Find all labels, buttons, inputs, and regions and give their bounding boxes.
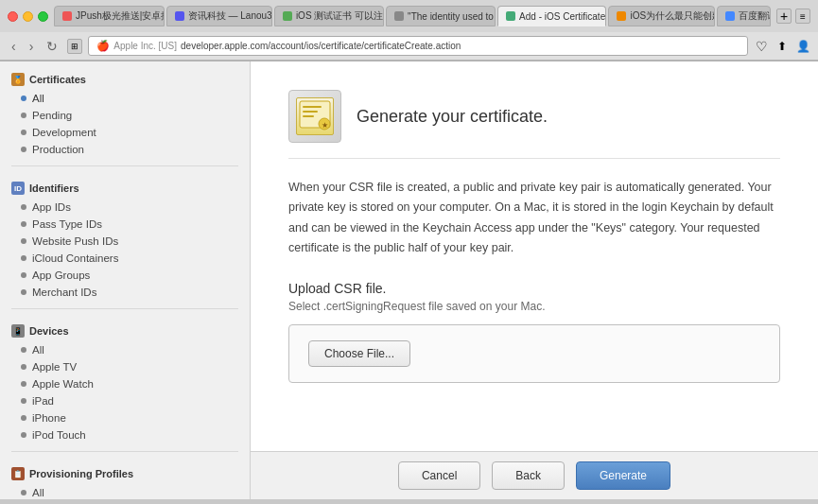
- tab-icon: [175, 11, 184, 21]
- sidebar-provisioning-section: 📋 Provisioning Profiles All Development …: [0, 456, 250, 499]
- bullet-icon: [21, 96, 26, 101]
- tab-menu-button[interactable]: ≡: [795, 9, 810, 24]
- svg-rect-3: [303, 115, 314, 117]
- sidebar-item-label: All: [32, 487, 44, 498]
- app-grid-button[interactable]: ⊞: [67, 39, 82, 54]
- back-button[interactable]: Back: [492, 461, 565, 490]
- bullet-icon: [21, 147, 26, 152]
- sidebar-item-ipod-touch[interactable]: iPod Touch: [0, 426, 250, 443]
- bullet-icon: [21, 347, 26, 353]
- sidebar-item-devices-all[interactable]: All: [0, 341, 250, 358]
- provisioning-icon: 📋: [11, 467, 25, 480]
- certificates-section-header: 🏅 Certificates: [0, 69, 250, 90]
- tab-6[interactable]: iOS为什么最只能创建一...: [608, 6, 714, 26]
- devices-icon: 📱: [11, 324, 25, 338]
- identifiers-header-label: Identifiers: [29, 182, 79, 194]
- tab-1[interactable]: JPush极光推送|安卓推送|...: [54, 6, 165, 26]
- sidebar-item-app-ids[interactable]: App IDs: [0, 199, 250, 216]
- sidebar-identifiers-section: ID Identifiers App IDs Pass Type IDs Web…: [0, 170, 250, 304]
- sidebar-item-pass-type-ids[interactable]: Pass Type IDs: [0, 216, 250, 233]
- sidebar-item-icloud-containers[interactable]: iCloud Containers: [0, 250, 250, 267]
- sidebar-item-development[interactable]: Development: [0, 124, 250, 141]
- address-bar[interactable]: 🍎 Apple Inc. [US] developer.apple.com/ac…: [88, 36, 748, 56]
- tab-icon: [283, 11, 292, 21]
- tab-7[interactable]: 百度翻译: [717, 6, 771, 26]
- bullet-icon: [21, 221, 26, 227]
- sidebar-item-label: iCloud Containers: [32, 252, 118, 264]
- address-text: developer.apple.com/account/ios/certific…: [181, 41, 461, 51]
- tab-icon: [62, 11, 72, 21]
- upload-subtitle: Select .certSigningRequest file saved on…: [288, 300, 780, 313]
- tab-3[interactable]: iOS 测试证书 可以注册几...: [274, 6, 384, 26]
- new-tab-button[interactable]: +: [776, 9, 792, 24]
- bullet-icon: [21, 490, 26, 495]
- svg-text:★: ★: [322, 121, 328, 130]
- sidebar-item-pending[interactable]: Pending: [0, 107, 250, 124]
- bullet-icon: [21, 130, 26, 135]
- back-nav-button[interactable]: ‹: [8, 37, 20, 56]
- maximize-button[interactable]: [38, 11, 48, 22]
- tab-label: 百度翻译: [739, 9, 771, 23]
- sidebar-item-apple-tv[interactable]: Apple TV: [0, 358, 250, 375]
- certificates-icon: 🏅: [11, 73, 25, 86]
- sidebar-item-merchant-ids[interactable]: Merchant IDs: [0, 284, 250, 301]
- sidebar-item-label: All: [32, 93, 44, 104]
- lock-icon: 🍎: [96, 40, 110, 52]
- sidebar-item-label: iPad: [32, 395, 54, 407]
- sidebar-item-website-push-ids[interactable]: Website Push IDs: [0, 233, 250, 250]
- sidebar-certificates-section: 🏅 Certificates All Pending Development P…: [0, 61, 250, 162]
- sidebar-item-label: Pass Type IDs: [32, 218, 102, 230]
- divider: [11, 451, 238, 452]
- app-container: 🏅 Certificates All Pending Development P…: [0, 61, 818, 499]
- close-button[interactable]: [8, 11, 18, 22]
- sidebar-item-label: App IDs: [32, 201, 71, 213]
- tab-icon: [725, 11, 735, 21]
- tab-5-active[interactable]: Add - iOS Certificates - A...: [497, 6, 606, 26]
- tab-2[interactable]: 资讯科技 — Lanou3G.C...: [166, 6, 272, 26]
- bullet-icon: [21, 204, 26, 210]
- tab-label: 资讯科技 — Lanou3G.C...: [188, 9, 272, 23]
- sidebar-item-app-groups[interactable]: App Groups: [0, 267, 250, 284]
- bullet-icon: [21, 432, 26, 438]
- sidebar-item-iphone[interactable]: iPhone: [0, 409, 250, 426]
- cert-title: Generate your certificate.: [357, 107, 548, 127]
- sidebar-devices-section: 📱 Devices All Apple TV Apple Watch iPad: [0, 313, 250, 447]
- provisioning-section-header: 📋 Provisioning Profiles: [0, 463, 250, 484]
- sidebar-item-production[interactable]: Production: [0, 141, 250, 158]
- devices-header-label: Devices: [29, 325, 69, 337]
- divider: [11, 165, 238, 166]
- minimize-button[interactable]: [23, 11, 33, 22]
- user-icon[interactable]: 👤: [795, 39, 810, 54]
- svg-rect-2: [303, 111, 318, 113]
- tab-icon: [394, 11, 404, 21]
- sidebar-item-apple-watch[interactable]: Apple Watch: [0, 375, 250, 392]
- tab-label: iOS为什么最只能创建一...: [630, 9, 714, 23]
- cert-svg: ★: [298, 99, 332, 133]
- refresh-button[interactable]: ↻: [43, 37, 61, 56]
- bullet-icon: [21, 289, 26, 295]
- tab-icon: [506, 11, 515, 21]
- cancel-button[interactable]: Cancel: [398, 461, 480, 490]
- tab-4[interactable]: "The identity used to sign...: [386, 6, 496, 26]
- bullet-icon: [21, 272, 26, 278]
- sidebar-item-label: Development: [32, 127, 96, 138]
- certificates-header-label: Certificates: [29, 74, 86, 85]
- forward-nav-button[interactable]: ›: [26, 37, 38, 56]
- bullet-icon: [21, 415, 26, 421]
- main-content: ★ Generate your certificate. When your C…: [251, 61, 818, 499]
- tab-label: iOS 测试证书 可以注册几...: [296, 9, 384, 23]
- sidebar-item-all[interactable]: All: [0, 90, 250, 107]
- sidebar-item-ipad[interactable]: iPad: [0, 392, 250, 409]
- certificate-panel: ★ Generate your certificate. When your C…: [251, 61, 818, 430]
- share-icon[interactable]: ⬆: [774, 39, 790, 54]
- choose-file-button[interactable]: Choose File...: [308, 340, 410, 367]
- tab-icon: [617, 11, 626, 21]
- bullet-icon: [21, 255, 26, 261]
- sidebar-item-label: App Groups: [32, 269, 90, 281]
- upload-section: Upload CSR file. Select .certSigningRequ…: [288, 281, 780, 383]
- sidebar-item-label: Production: [32, 144, 84, 155]
- sidebar-item-provisioning-all[interactable]: All: [0, 484, 250, 499]
- generate-button[interactable]: Generate: [576, 461, 670, 490]
- bullet-icon: [21, 113, 26, 118]
- bookmark-icon[interactable]: ♡: [754, 39, 769, 54]
